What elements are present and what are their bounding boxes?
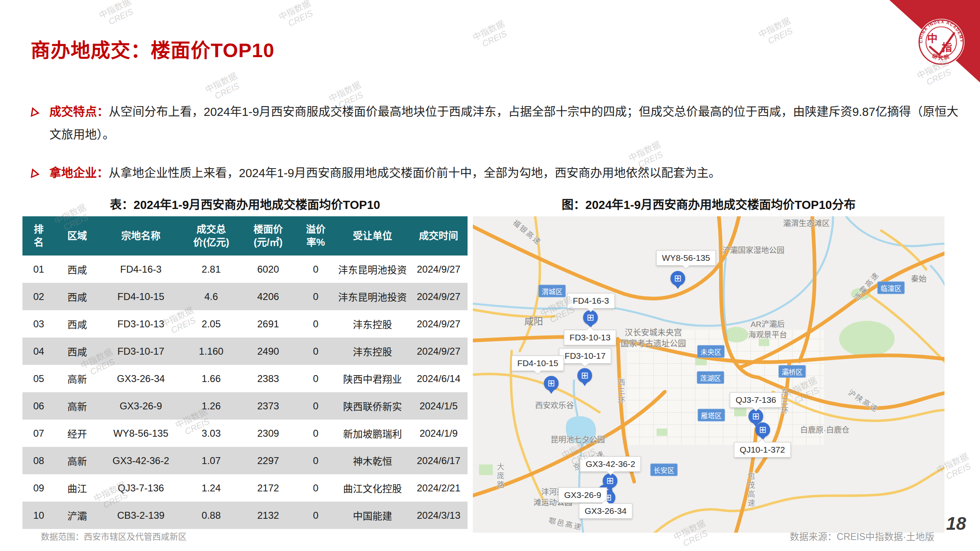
table-cell: CB3-2-139 xyxy=(100,502,183,529)
table-cell: 2132 xyxy=(240,502,296,529)
table-cell: 曲江文化控股 xyxy=(335,474,410,502)
bullet-label: 拿地企业： xyxy=(49,167,109,180)
column-header: 楼面价 (元/㎡) xyxy=(240,216,296,256)
map-pin-icon[interactable]: ⊞ xyxy=(577,368,592,383)
table-row: 05高新GX3-26-341.6623830陕西中君翔业2024/6/14 xyxy=(22,365,468,392)
table-row: 08高新GX3-42-36-21.0722970神木乾恒2024/6/17 xyxy=(22,447,468,474)
table-cell: 2024/2/21 xyxy=(410,474,468,502)
column-header: 成交时间 xyxy=(410,216,468,256)
map-canvas[interactable]: 咸阳汉长安城未央宫国家考古遗址公园灞渭生态滩区浐灞国家湿地公园秦始AR浐灞后海观… xyxy=(473,216,944,533)
map-district-label: 渭城区 xyxy=(539,285,566,298)
building-icon: ⊞ xyxy=(581,371,588,380)
map-place-label: 西安欢乐谷 xyxy=(535,399,574,410)
watermark: 中指数据CREIS xyxy=(757,16,797,49)
table-cell: 曲江 xyxy=(55,474,100,502)
map-pin-icon[interactable]: ⊞ xyxy=(755,422,770,437)
table-cell: 西咸 xyxy=(55,256,100,283)
table-cell: 04 xyxy=(22,338,55,365)
table-cell: 0 xyxy=(296,392,335,420)
bullet-item-1: 成交特点：从空间分布上看，2024年1-9月西安商服成交楼面价最高地块位于西咸沣… xyxy=(31,100,958,146)
building-icon: ⊞ xyxy=(587,313,594,322)
table-cell: 浐灞 xyxy=(55,502,100,529)
table-cell: 01 xyxy=(22,256,55,283)
map-road-label: 大庞路 xyxy=(494,463,505,490)
map-place-label: 昆明池七夕公园 xyxy=(550,433,605,444)
building-icon: ⊞ xyxy=(674,274,682,283)
data-source-note: 数据来源：CREIS中指数据·土地版 xyxy=(790,529,934,543)
table-cell: 2024/9/27 xyxy=(410,256,468,283)
china-index-academy-logo: CHINA INDEX ACADEMY 研 究 院 中 指 xyxy=(917,18,965,66)
bullet-list: 成交特点：从空间分布上看，2024年1-9月西安商服成交楼面价最高地块位于西咸沣… xyxy=(31,100,958,200)
table-cell: WY8-56-135 xyxy=(100,420,183,447)
table-row: 02西咸FD4-10-154.642060沣东昆明池投资2024/9/27 xyxy=(22,283,468,310)
map-plot-label[interactable]: FD4-10-15 xyxy=(512,355,564,371)
table-cell: 3.03 xyxy=(182,420,240,447)
data-scope-note: 数据范围：西安市辖区及代管西咸新区 xyxy=(41,530,187,542)
table-cell: 2309 xyxy=(240,420,296,447)
building-icon: ⊞ xyxy=(759,425,766,434)
table-cell: 经开 xyxy=(55,420,100,447)
watermark: 中指数据CREIS xyxy=(277,0,317,31)
table-cell: 06 xyxy=(22,392,55,420)
map-pin-icon[interactable]: ⊞ xyxy=(670,271,685,286)
map-plot-label[interactable]: QJ10-1-372 xyxy=(734,442,791,458)
map-pin-icon[interactable]: ⊞ xyxy=(583,310,598,325)
table-cell: 0 xyxy=(296,310,335,338)
table-cell: GX3-26-9 xyxy=(100,392,183,420)
column-header: 区域 xyxy=(55,216,100,256)
table-cell: 西咸 xyxy=(55,283,100,310)
table-cell: QJ3-7-136 xyxy=(100,474,183,502)
table-cell: 10 xyxy=(22,502,55,529)
table-cell: 0 xyxy=(296,420,335,447)
map-plot-label[interactable]: FD3-10-17 xyxy=(559,348,611,364)
svg-text:中: 中 xyxy=(927,33,938,44)
map-pin-icon[interactable]: ⊞ xyxy=(544,376,559,391)
table-body: 01西咸FD4-16-32.8160200沣东昆明池投资2024/9/2702西… xyxy=(22,256,468,529)
building-icon: ⊞ xyxy=(606,476,614,485)
table-cell: 2373 xyxy=(240,392,296,420)
column-header: 成交总 价(亿元) xyxy=(182,216,240,256)
table-cell: GX3-42-36-2 xyxy=(100,447,183,474)
map-plot-label[interactable]: WY8-56-135 xyxy=(656,250,716,266)
table-cell: 2.05 xyxy=(182,310,240,338)
bullet-label: 成交特点： xyxy=(49,105,109,118)
map-place-label: 咸阳 xyxy=(524,313,543,327)
map-place-label: 浐灞国家湿地公园 xyxy=(722,244,784,255)
table-cell: 2024/3/13 xyxy=(410,502,468,529)
table-cell: 1.160 xyxy=(182,338,240,365)
bullet-text: 从空间分布上看，2024年1-9月西安商服成交楼面价最高地块位于西咸沣东，占据全… xyxy=(49,105,958,141)
table-cell: 1.66 xyxy=(182,365,240,392)
bullet-item-2: 拿地企业：从拿地企业性质上来看，2024年1-9月西安商服用地成交楼面价前十中，… xyxy=(31,162,958,184)
map-place-label: 国家考古遗址公园 xyxy=(621,337,686,349)
table-cell: 6020 xyxy=(240,256,296,283)
table-row: 09曲江QJ3-7-1361.2421720曲江文化控股2024/2/21 xyxy=(22,474,468,502)
watermark: 中指数据CREIS xyxy=(98,0,137,29)
table-cell: 高新 xyxy=(55,365,100,392)
table-cell: 1.24 xyxy=(182,474,240,502)
table-row: 04西咸FD3-10-171.16024900沣东控股2024/9/27 xyxy=(22,338,468,365)
table-cell: 高新 xyxy=(55,447,100,474)
map-place-label: 灞渭生态滩区 xyxy=(783,217,830,228)
column-header: 受让单位 xyxy=(335,216,410,256)
table-cell: 西咸 xyxy=(55,310,100,338)
table-cell: 沣东控股 xyxy=(335,310,410,338)
table-cell: 07 xyxy=(22,420,55,447)
table-cell: 西咸 xyxy=(55,338,100,365)
table-row: 07经开WY8-56-1353.0323090新加坡鹏瑞利2024/1/9 xyxy=(22,420,468,447)
table-cell: 0 xyxy=(296,365,335,392)
map-plot-label[interactable]: GX3-26-9 xyxy=(558,487,607,503)
table-cell: 神木乾恒 xyxy=(335,447,410,474)
map-plot-label[interactable]: FD4-16-3 xyxy=(567,293,615,309)
watermark: 中指数据CREIS xyxy=(204,71,243,104)
map-plot-label[interactable]: GX3-42-36-2 xyxy=(580,456,641,472)
map-road-label: 包茂高速 xyxy=(745,472,756,508)
map-plot-label[interactable]: GX3-26-34 xyxy=(579,503,633,519)
building-icon: ⊞ xyxy=(548,379,555,388)
map-district-label: 灞桥区 xyxy=(779,365,806,378)
map-plot-label[interactable]: FD3-10-13 xyxy=(564,330,616,345)
table-cell: 2024/9/27 xyxy=(410,310,468,338)
map-plot-label[interactable]: QJ3-7-136 xyxy=(730,392,782,408)
table-cell: 4206 xyxy=(240,283,296,310)
column-header: 宗地名称 xyxy=(100,216,183,256)
top10-table: 排 名区域宗地名称成交总 价(亿元)楼面价 (元/㎡)溢价 率%受让单位成交时间… xyxy=(22,216,468,529)
